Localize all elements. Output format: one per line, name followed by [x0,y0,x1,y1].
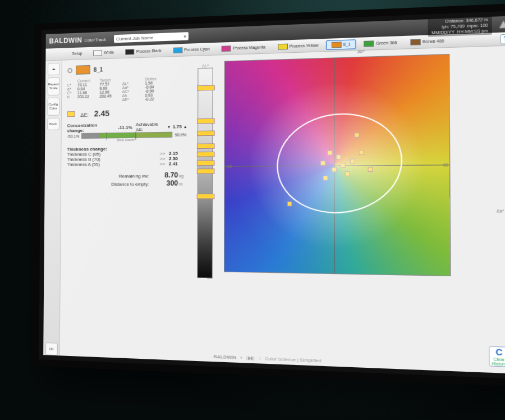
gamut-panel: Δb* -60 60 Δa* [218,45,505,373]
alarm-icon[interactable] [497,19,505,30]
svg-marker-0 [499,20,505,28]
monitor-bezel: BALDWIN ColorTrack Current Job Name ▾ Di… [32,3,505,387]
chevron-down-icon: ▾ [184,34,186,39]
ab-gamut-plot[interactable]: -60 60 [224,54,451,276]
tab-white[interactable]: White [89,48,118,58]
lightness-strip[interactable] [197,68,213,279]
tolerance-ellipse [270,104,410,220]
ink-section: Remaining ink:8.70kg Distance to empty:3… [67,171,186,188]
run-stats: Distance: 346,872 m iph: 75,789 mpm: 100… [428,16,492,36]
achievable-de-decrement[interactable]: ▾ [168,124,170,129]
toolbar-back-button[interactable]: Back [47,118,59,130]
selected-color-swatch [76,65,90,75]
job-name-dropdown[interactable]: Current Job Name ▾ [114,32,189,43]
tab-spot-8-1[interactable]: 8_1 [326,39,356,50]
app-screen: BALDWIN ColorTrack Current Job Name ▾ Di… [43,16,505,373]
help-button[interactable]: ? [500,34,505,44]
lightness-strip-panel: ΔL* [191,56,218,362]
tab-setup[interactable]: Setup [67,49,86,58]
lab-metrics-table: CurrentTargetDeltas L*78.1177.57ΔL*1.56 … [67,76,187,103]
tab-green-366[interactable]: Green 366 [359,38,402,49]
tab-process-yellow[interactable]: Process Yellow [273,40,323,52]
thickness-section: Thickness change: Thickness C (85)>>2.15… [67,145,186,167]
target-indicator-icon [67,67,72,72]
selected-color-header: 8_1 [67,62,186,75]
concentration-bar[interactable] [81,132,172,139]
tab-process-black[interactable]: Process Black [121,46,166,57]
sample-swatch-icon [67,111,75,117]
tab-process-magenta[interactable]: Process Magenta [217,42,270,53]
brand-label: BALDWIN [49,36,82,45]
toolbar-repeat-scale-button[interactable]: Repeat Scale [47,77,59,95]
toolbar-config-color-button[interactable]: Config Color [47,98,59,116]
achievable-de-increment[interactable]: ▴ [184,124,186,129]
b-axis [334,58,335,273]
concentration-section: Concentration change: -11.1% Achievable … [67,121,186,143]
product-label: ColorTrack [84,36,106,42]
delta-e-readout: ΔE: 2.45 [67,107,187,118]
a-axis [224,165,449,167]
toolbar-collapse-button[interactable]: ◂▸ [48,63,60,76]
left-toolbar: ◂▸ Repeat Scale Config Color Back OK [43,61,62,356]
job-name-text: Current Job Name [116,35,153,42]
selected-color-name: 8_1 [94,66,103,73]
color-detail-panel: 8_1 CurrentTargetDeltas L*78.1177.57ΔL*1… [60,56,192,361]
tab-process-cyan[interactable]: Process Cyan [168,44,214,55]
clear-history-button[interactable]: C Clear History [489,346,505,367]
tab-brown-469[interactable]: Brown 469 [405,36,450,47]
work-area: ◂▸ Repeat Scale Config Color Back OK 8_1… [43,45,505,373]
partner-logo-icon: ◑◐ [246,355,255,361]
